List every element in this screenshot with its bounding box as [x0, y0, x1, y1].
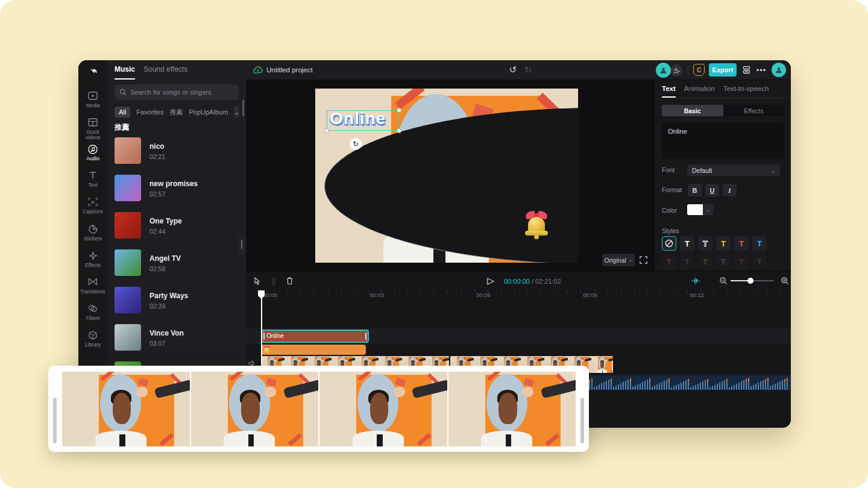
style-color-button[interactable]: T: [680, 254, 694, 269]
delete-icon[interactable]: [283, 275, 295, 287]
filter-chip-favorites[interactable]: Favorites: [136, 108, 163, 116]
video-preview[interactable]: Online ↻: [315, 89, 578, 263]
style-color-button[interactable]: T: [734, 236, 749, 251]
panel-scrollbar[interactable]: [242, 99, 244, 116]
sidebar-item-stock-videos[interactable]: Stock videos: [78, 118, 107, 140]
resize-handle[interactable]: [397, 128, 401, 133]
timeline-ruler[interactable]: 00:0000:0300:0600:0900:12: [246, 290, 791, 301]
song-title: Angel TV: [149, 254, 181, 263]
sidebar-item-transitions[interactable]: Transitions: [78, 278, 107, 295]
tab-music[interactable]: Music: [115, 65, 135, 80]
zoom-out-icon[interactable]: [717, 275, 729, 287]
sidebar-item-label: Transitions: [78, 289, 107, 295]
filter-chip-all[interactable]: All: [115, 107, 130, 117]
topbar-divider: [688, 66, 688, 75]
tab-text[interactable]: Text: [662, 80, 676, 98]
rotate-handle-icon[interactable]: ↻: [350, 138, 362, 150]
song-item-vince-von[interactable]: Vince Von03:07: [107, 324, 246, 358]
style-color-button[interactable]: T: [734, 254, 749, 269]
tab-animation[interactable]: Animation: [684, 80, 715, 98]
sidebar-item-filters[interactable]: Filters: [78, 304, 107, 321]
trim-handle-left[interactable]: [53, 398, 57, 443]
preview-scale-dropdown[interactable]: Original⌄: [602, 254, 635, 266]
bold-button[interactable]: B: [688, 184, 702, 196]
tab-sound-effects[interactable]: Sound effects: [143, 65, 187, 80]
sidebar-item-effects[interactable]: Effects: [78, 251, 107, 268]
text-content-field[interactable]: Online: [662, 122, 784, 158]
song-item-party-ways[interactable]: Party Ways02:39: [107, 287, 246, 321]
search-input[interactable]: [130, 89, 233, 96]
filter-chip-popupalbum[interactable]: PopUpAlbum: [189, 108, 228, 116]
filter-chip--[interactable]: 推薦: [169, 108, 183, 117]
trim-handle-right[interactable]: [580, 398, 584, 443]
search-icon: [119, 89, 127, 96]
account-avatar[interactable]: [772, 63, 786, 77]
tab-basic[interactable]: Basic: [662, 105, 723, 116]
timeline-toolbar: ][ ▷ 00:00:00 / 02:21:02: [246, 272, 791, 290]
redo-button[interactable]: ↻: [522, 64, 534, 76]
sidebar-item-text[interactable]: Text: [78, 171, 107, 188]
song-item-angel-tv[interactable]: Angel TV02:58: [107, 249, 246, 283]
bell-sticker[interactable]: [524, 211, 549, 240]
text-overlay-selection[interactable]: Online: [327, 110, 399, 131]
timeline-zoom-slider[interactable]: [731, 280, 774, 281]
undo-button[interactable]: ↺: [507, 64, 519, 76]
tab-text-to-speech[interactable]: Text-to-speech: [723, 80, 769, 98]
style-color-button[interactable]: T: [698, 254, 712, 269]
slider-thumb[interactable]: [747, 278, 753, 284]
sidebar-item-label: Text: [78, 183, 107, 188]
song-item-new-promises[interactable]: new promises02:57: [107, 175, 246, 208]
resize-handle[interactable]: [324, 128, 329, 133]
cloud-sync-icon[interactable]: [252, 64, 264, 76]
sidebar-item-media[interactable]: Media: [78, 92, 107, 108]
fullscreen-icon[interactable]: [639, 254, 652, 266]
text-color-swatch[interactable]: [687, 204, 703, 215]
user-avatar[interactable]: [656, 63, 671, 78]
more-menu-button[interactable]: •••: [755, 64, 767, 76]
creator-badge-icon[interactable]: C: [693, 64, 705, 76]
album-art: [115, 175, 141, 201]
split-clip-icon[interactable]: ][: [268, 275, 280, 287]
style-color-button[interactable]: T: [716, 236, 731, 251]
underline-button[interactable]: U: [705, 184, 719, 196]
style-color-button[interactable]: T: [716, 254, 731, 269]
album-art: [115, 287, 141, 313]
export-button[interactable]: Export: [709, 63, 737, 77]
song-duration: 02:39: [149, 302, 165, 310]
zoom-in-icon[interactable]: [779, 275, 791, 287]
panel-collapse-handle[interactable]: [237, 234, 246, 255]
color-dropdown-icon[interactable]: ⌄: [703, 204, 714, 215]
song-item-one-type[interactable]: One Type02:44: [107, 212, 246, 246]
style-color-button[interactable]: T: [662, 254, 676, 269]
filters-expand-icon[interactable]: ⌄: [234, 106, 239, 118]
song-duration: 02:21: [149, 153, 165, 160]
style-outline-button[interactable]: T: [698, 236, 712, 251]
sidebar-item-label: Media: [78, 103, 107, 108]
song-item-nico[interactable]: nico02:21: [107, 137, 246, 171]
invite-collaborator-button[interactable]: [670, 64, 682, 77]
style-none-button[interactable]: [662, 236, 676, 251]
style-color-button[interactable]: T: [680, 236, 694, 251]
select-cursor-icon[interactable]: [251, 275, 263, 287]
style-color-button[interactable]: T: [752, 236, 767, 251]
song-duration: 03:07: [149, 340, 165, 347]
sidebar-item-library[interactable]: Library: [78, 331, 107, 348]
snap-magnet-icon[interactable]: [690, 275, 702, 287]
sticker-clip[interactable]: [261, 345, 366, 355]
play-button[interactable]: ▷: [485, 275, 497, 287]
project-title[interactable]: Untitled project: [266, 66, 313, 74]
style-color-button[interactable]: T: [752, 254, 767, 269]
sidebar-item-captions[interactable]: ACaptions: [78, 198, 107, 214]
sidebar-item-label: Effects: [78, 263, 107, 268]
font-select[interactable]: Default⌄: [687, 164, 780, 176]
page-background: MediaStock videosAudioTextACaptionsStick…: [0, 0, 868, 488]
sidebar-item-stickers[interactable]: Stickers: [78, 225, 107, 242]
sidebar-item-audio[interactable]: Audio: [78, 145, 107, 161]
ruler-label: 00:06: [476, 292, 491, 298]
tab-effects[interactable]: Effects: [723, 105, 785, 116]
export-queue-icon[interactable]: [740, 64, 752, 76]
italic-button[interactable]: I: [723, 184, 737, 196]
resize-handle[interactable]: [397, 108, 401, 113]
text-overlay[interactable]: Online: [330, 109, 386, 128]
text-clip[interactable]: Online: [261, 330, 369, 343]
